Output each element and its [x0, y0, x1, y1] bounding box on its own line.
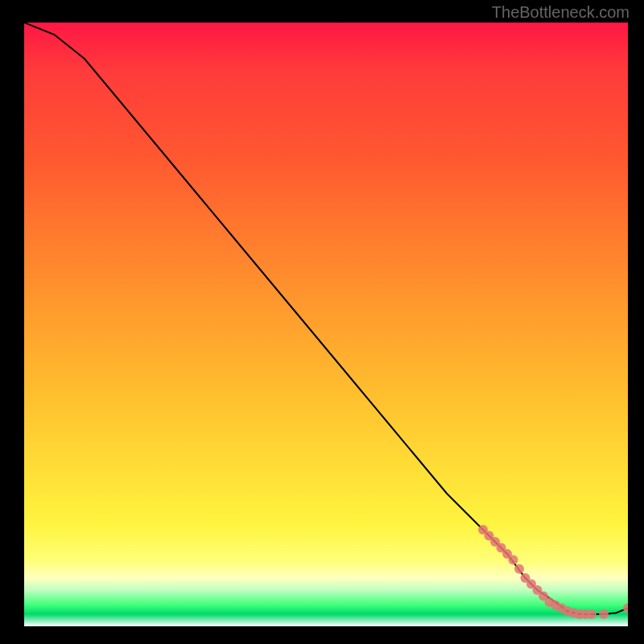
curve-line	[24, 23, 628, 614]
data-marker	[599, 609, 609, 619]
chart-container: TheBottleneck.com	[0, 0, 644, 644]
data-marker	[587, 609, 597, 619]
data-marker	[509, 555, 518, 565]
plot-area	[24, 23, 628, 626]
chart-svg	[24, 23, 628, 626]
watermark-text: TheBottleneck.com	[492, 3, 630, 22]
data-marker	[514, 564, 524, 574]
line-series	[24, 23, 628, 614]
marker-series	[478, 525, 628, 619]
data-marker	[623, 604, 628, 613]
